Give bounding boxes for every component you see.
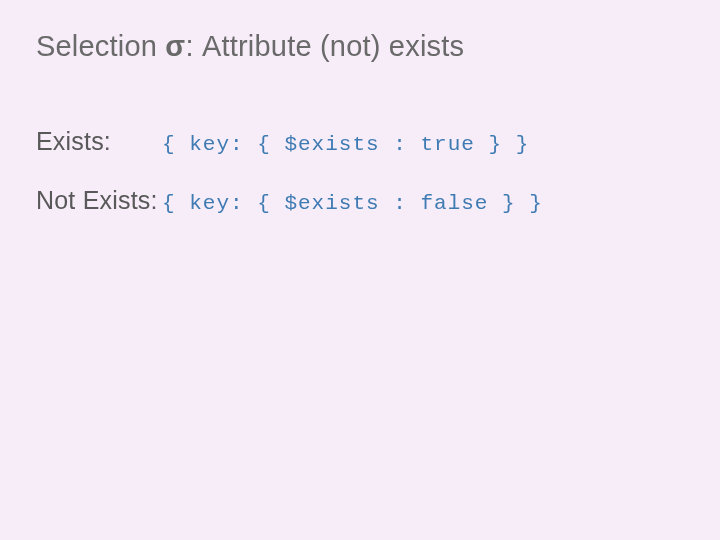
row-code: { key: { $exists : true } } bbox=[162, 133, 529, 156]
title-suffix: : Attribute (not) exists bbox=[185, 30, 464, 62]
example-row: Not Exists: { key: { $exists : false } } bbox=[36, 186, 684, 215]
example-row: Exists: { key: { $exists : true } } bbox=[36, 127, 684, 156]
slide-title: Selection σ: Attribute (not) exists bbox=[36, 30, 684, 63]
row-code: { key: { $exists : false } } bbox=[162, 192, 543, 215]
row-label: Exists: bbox=[36, 127, 162, 156]
title-prefix: Selection bbox=[36, 30, 165, 62]
row-label: Not Exists: bbox=[36, 186, 162, 215]
sigma-symbol: σ bbox=[165, 30, 185, 62]
